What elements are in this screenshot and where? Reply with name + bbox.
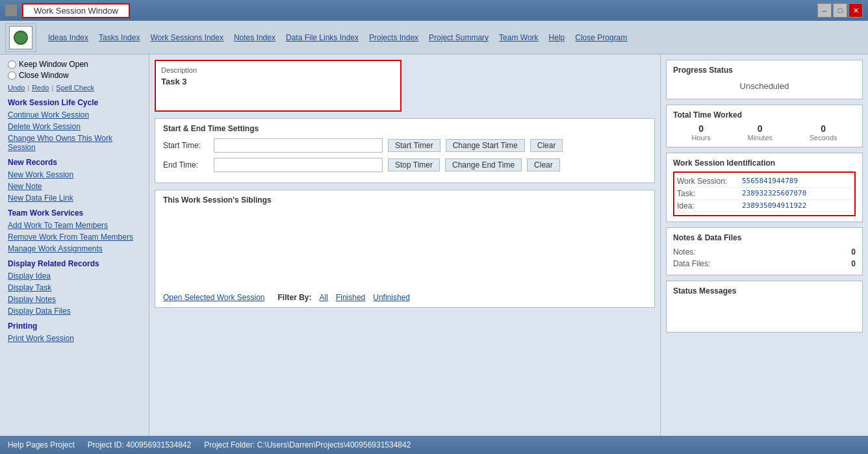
new-work-session[interactable]: New Work Session bbox=[8, 170, 141, 180]
notes-data-files-title: Notes & Data Files bbox=[673, 233, 856, 242]
task-key: Task: bbox=[677, 189, 742, 198]
spell-check-link[interactable]: Spell Check bbox=[56, 84, 94, 92]
logo-icon bbox=[14, 31, 28, 45]
change-end-time-button[interactable]: Change End Time bbox=[445, 158, 522, 171]
right-panel: Progress Status Unscheduled Total Time W… bbox=[660, 55, 868, 436]
filter-all[interactable]: All bbox=[320, 293, 328, 302]
hours-value: 0 bbox=[698, 123, 704, 134]
minimize-button[interactable]: – bbox=[817, 3, 832, 18]
main-layout: Keep Window Open Close Window Undo | Red… bbox=[0, 55, 868, 436]
nav-help[interactable]: Help bbox=[545, 32, 569, 44]
nav-notes-index[interactable]: Notes Index bbox=[230, 32, 279, 44]
total-time-section: Total Time Worked 0 Hours 0 Minutes 0 Se… bbox=[666, 105, 863, 147]
print-work-session[interactable]: Print Work Session bbox=[8, 333, 141, 344]
data-files-label: Data Files: bbox=[673, 259, 710, 268]
nav-close-program[interactable]: Close Program bbox=[571, 32, 631, 44]
close-window-radio[interactable]: Close Window bbox=[8, 71, 141, 80]
status-messages-section: Status Messages bbox=[666, 281, 863, 333]
nav-tasks-index[interactable]: Tasks Index bbox=[95, 32, 144, 44]
notes-row: Notes: 0 bbox=[673, 246, 856, 258]
end-time-input[interactable] bbox=[214, 158, 383, 172]
data-files-value: 0 bbox=[851, 259, 856, 268]
nav-team-work[interactable]: Team Work bbox=[495, 32, 542, 44]
siblings-list bbox=[163, 210, 646, 288]
remove-work-from-team[interactable]: Remove Work From Team Members bbox=[8, 232, 141, 242]
display-data-files[interactable]: Display Data Files bbox=[8, 306, 141, 316]
description-label: Description bbox=[161, 66, 395, 74]
time-settings-panel: Start & End Time Settings Start Time: St… bbox=[155, 118, 655, 183]
open-selected-work-session[interactable]: Open Selected Work Session bbox=[163, 293, 265, 302]
stop-timer-button[interactable]: Stop Timer bbox=[388, 158, 440, 171]
progress-status-title: Progress Status bbox=[673, 66, 856, 75]
undo-link[interactable]: Undo bbox=[8, 84, 25, 92]
task-id-row: Task: 238932325607070 bbox=[677, 188, 852, 200]
end-time-label: End Time: bbox=[163, 160, 209, 170]
minutes-col: 0 Minutes bbox=[747, 123, 772, 142]
minutes-label: Minutes bbox=[747, 134, 772, 142]
content-area: Description Task 3 Start & End Time Sett… bbox=[149, 55, 660, 436]
keep-window-open-radio[interactable]: Keep Window Open bbox=[8, 60, 141, 69]
filter-label: Filter By: bbox=[278, 293, 312, 302]
work-session-id-title: Work Session Identification bbox=[673, 158, 856, 168]
display-notes[interactable]: Display Notes bbox=[8, 294, 141, 305]
new-note[interactable]: New Note bbox=[8, 181, 141, 192]
nav-ideas-index[interactable]: Ideas Index bbox=[44, 32, 92, 44]
window-mode-group: Keep Window Open Close Window bbox=[8, 60, 141, 80]
change-owner[interactable]: Change Who Owns This Work Session bbox=[8, 133, 141, 153]
progress-status-value: Unscheduled bbox=[673, 79, 856, 94]
nav-project-summary[interactable]: Project Summary bbox=[425, 32, 492, 44]
start-timer-button[interactable]: Start Timer bbox=[388, 139, 440, 152]
time-settings-title: Start & End Time Settings bbox=[163, 124, 646, 133]
status-bar: Help Pages Project Project ID: 400956931… bbox=[0, 436, 868, 454]
app-icon bbox=[5, 5, 17, 16]
notes-value: 0 bbox=[851, 247, 856, 257]
change-start-time-button[interactable]: Change Start Time bbox=[446, 139, 525, 152]
add-work-to-team[interactable]: Add Work To Team Members bbox=[8, 220, 141, 231]
siblings-panel: This Work Session's Siblings Open Select… bbox=[155, 190, 655, 308]
work-session-id-row: Work Session: 5565841944789 bbox=[677, 175, 852, 188]
manage-work-assignments[interactable]: Manage Work Assignments bbox=[8, 244, 141, 254]
maximize-button[interactable]: □ bbox=[833, 3, 847, 18]
project-id: Project ID: 400956931534842 bbox=[88, 440, 191, 449]
start-time-input[interactable] bbox=[214, 138, 383, 153]
edit-actions: Undo | Redo | Spell Check bbox=[8, 84, 141, 92]
description-box: Description Task 3 bbox=[155, 60, 402, 112]
display-idea[interactable]: Display Idea bbox=[8, 271, 141, 281]
data-files-row: Data Files: 0 bbox=[673, 258, 856, 270]
nav-bar: Ideas Index Tasks Index Work Sessions In… bbox=[0, 21, 868, 55]
description-value: Task 3 bbox=[161, 77, 395, 86]
hours-col: 0 Hours bbox=[691, 123, 710, 142]
app-logo bbox=[5, 23, 36, 52]
continue-work-session[interactable]: Continue Work Session bbox=[8, 110, 141, 120]
clear-start-button[interactable]: Clear bbox=[530, 139, 563, 152]
section-title-team-work: Team Work Services bbox=[8, 208, 141, 218]
idea-id-row: Idea: 238935094911922 bbox=[677, 200, 852, 212]
start-time-row: Start Time: Start Timer Change Start Tim… bbox=[163, 138, 646, 153]
idea-val: 238935094911922 bbox=[742, 201, 806, 210]
status-messages-title: Status Messages bbox=[673, 286, 856, 296]
filter-finished[interactable]: Finished bbox=[336, 293, 365, 302]
close-button[interactable]: ✕ bbox=[849, 3, 863, 18]
siblings-footer: Open Selected Work Session Filter By: Al… bbox=[163, 293, 646, 302]
seconds-label: Seconds bbox=[810, 134, 837, 142]
notes-label: Notes: bbox=[673, 247, 696, 257]
sidebar: Keep Window Open Close Window Undo | Red… bbox=[0, 55, 149, 436]
filter-unfinished[interactable]: Unfinished bbox=[373, 293, 410, 302]
time-worked-grid: 0 Hours 0 Minutes 0 Seconds bbox=[673, 123, 856, 142]
idea-key: Idea: bbox=[677, 201, 742, 210]
clear-end-button[interactable]: Clear bbox=[527, 158, 560, 171]
section-title-new-records: New Records bbox=[8, 158, 141, 167]
redo-link[interactable]: Redo bbox=[32, 84, 49, 92]
display-task[interactable]: Display Task bbox=[8, 283, 141, 293]
nav-projects-index[interactable]: Projects Index bbox=[365, 32, 422, 44]
nav-work-sessions-index[interactable]: Work Sessions Index bbox=[146, 32, 227, 44]
delete-work-session[interactable]: Delete Work Session bbox=[8, 121, 141, 132]
hours-label: Hours bbox=[691, 134, 710, 142]
new-data-file-link[interactable]: New Data File Link bbox=[8, 193, 141, 203]
seconds-col: 0 Seconds bbox=[810, 123, 837, 142]
section-title-printing: Printing bbox=[8, 322, 141, 331]
section-title-display: Display Related Records bbox=[8, 259, 141, 268]
nav-data-file-links-index[interactable]: Data File Links Index bbox=[282, 32, 363, 44]
window-controls: – □ ✕ bbox=[817, 3, 863, 18]
work-session-key: Work Session: bbox=[677, 177, 742, 186]
